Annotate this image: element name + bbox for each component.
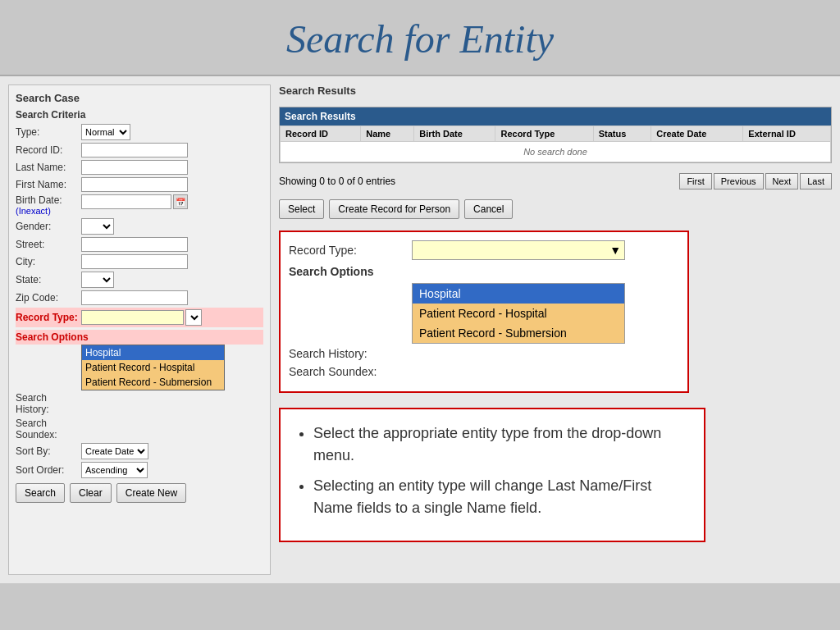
right-search-options-label: Search Options xyxy=(289,265,412,278)
results-table-container: Search Results Record ID Name Birth Date… xyxy=(279,107,832,163)
create-record-for-person-button[interactable]: Create Record for Person xyxy=(329,199,459,219)
birth-date-input[interactable] xyxy=(81,194,171,209)
first-button[interactable]: First xyxy=(679,173,711,189)
search-button[interactable]: Search xyxy=(16,483,65,503)
right-search-history-label: Search History: xyxy=(289,347,412,360)
info-bullet-2: Selecting an entity type will change Las… xyxy=(313,475,687,519)
col-name: Name xyxy=(361,126,414,142)
right-search-history-row: Search History: xyxy=(289,347,679,360)
cancel-button[interactable]: Cancel xyxy=(464,199,513,219)
record-id-row: Record ID: xyxy=(16,143,263,158)
right-record-type-select-field[interactable]: ▼ xyxy=(412,240,625,260)
right-search-soundex-row: Search Soundex: xyxy=(289,365,679,378)
record-type-label: Record Type: xyxy=(16,312,81,323)
inexact-link[interactable]: (Inexact) xyxy=(16,206,81,216)
search-options-section: Search Options xyxy=(16,330,263,345)
city-input[interactable] xyxy=(81,254,188,269)
search-case-panel: Search Case Search Criteria Type: Normal… xyxy=(8,84,271,575)
sort-by-row: Sort By: Create Date Last Name Record ID xyxy=(16,443,263,459)
record-id-label: Record ID: xyxy=(16,144,81,156)
results-table: Record ID Name Birth Date Record Type St… xyxy=(280,126,831,162)
page-title: Search for Entity xyxy=(0,0,840,75)
previous-button[interactable]: Previous xyxy=(714,173,764,189)
sort-order-label: Sort Order: xyxy=(16,464,81,476)
right-search-options-row: Search Options xyxy=(289,265,679,278)
clear-button[interactable]: Clear xyxy=(70,483,112,503)
first-name-label: First Name: xyxy=(16,179,81,190)
right-search-soundex-label: Search Soundex: xyxy=(289,365,412,378)
no-data-row: No search done xyxy=(281,142,831,162)
last-name-row: Last Name: xyxy=(16,160,263,175)
pagination-buttons: First Previous Next Last xyxy=(679,173,832,189)
street-input[interactable] xyxy=(81,237,188,252)
last-name-input[interactable] xyxy=(81,160,188,175)
info-box: Select the appropriate entity type from … xyxy=(279,408,705,542)
search-history-label: Search History: xyxy=(16,392,81,415)
right-dropdown-list: Hospital Patient Record - Hospital Patie… xyxy=(412,283,625,344)
street-row: Street: xyxy=(16,237,263,252)
no-data-message: No search done xyxy=(281,142,831,162)
state-row: State: CA NY xyxy=(16,272,263,288)
dropdown-item-patient-submersion[interactable]: Patient Record - Submersion xyxy=(82,375,224,390)
right-dd-item-hospital[interactable]: Hospital xyxy=(413,284,624,304)
type-row: Type: Normal Advanced xyxy=(16,124,263,140)
calendar-button[interactable]: 📅 xyxy=(173,194,188,209)
col-create-date: Create Date xyxy=(651,126,743,142)
birth-date-row: Birth Date: (Inexact) 📅 xyxy=(16,194,263,216)
search-soundex-label: Search Soundex: xyxy=(16,418,81,441)
right-record-type-label: Record Type: xyxy=(289,244,412,257)
results-table-header: Search Results xyxy=(280,107,831,126)
street-label: Street: xyxy=(16,239,81,250)
sort-order-select[interactable]: Ascending Descending xyxy=(81,462,148,478)
right-dd-item-patient-hospital[interactable]: Patient Record - Hospital xyxy=(413,304,624,323)
record-type-select[interactable]: ▼ xyxy=(185,309,202,326)
record-type-input[interactable] xyxy=(81,310,184,325)
action-buttons: Select Create Record for Person Cancel xyxy=(279,199,832,219)
gender-label: Gender: xyxy=(16,221,81,232)
type-label: Type: xyxy=(16,126,81,138)
left-record-type-dropdown: Hospital Patient Record - Hospital Patie… xyxy=(81,345,225,390)
sort-order-row: Sort Order: Ascending Descending xyxy=(16,462,263,478)
select-button[interactable]: Select xyxy=(279,199,324,219)
record-id-input[interactable] xyxy=(81,143,188,158)
dropdown-item-patient-hospital[interactable]: Patient Record - Hospital xyxy=(82,360,224,375)
info-bullet-1: Select the appropriate entity type from … xyxy=(313,422,687,467)
first-name-row: First Name: xyxy=(16,177,263,192)
col-record-type: Record Type xyxy=(495,126,593,142)
next-button[interactable]: Next xyxy=(765,173,799,189)
sort-by-select[interactable]: Create Date Last Name Record ID xyxy=(81,443,148,459)
sort-by-label: Sort By: xyxy=(16,445,81,457)
type-select[interactable]: Normal Advanced xyxy=(81,124,130,140)
gender-select[interactable]: M F xyxy=(81,218,114,235)
search-options-label: Search Options xyxy=(16,331,89,343)
bottom-buttons: Search Clear Create New xyxy=(16,483,263,503)
zip-code-label: Zip Code: xyxy=(16,292,81,304)
gender-row: Gender: M F xyxy=(16,218,263,235)
zip-code-input[interactable] xyxy=(81,290,188,305)
search-results-area: Search Results Search Results Record ID … xyxy=(279,84,832,575)
search-history-row: Search History: xyxy=(16,392,263,415)
pagination-bar: Showing 0 to 0 of 0 entries First Previo… xyxy=(279,170,832,193)
state-label: State: xyxy=(16,274,81,285)
last-button[interactable]: Last xyxy=(800,173,832,189)
col-status: Status xyxy=(593,126,651,142)
search-criteria-label: Search Criteria xyxy=(16,109,263,121)
record-type-row: Record Type: ▼ xyxy=(16,308,263,327)
col-external-id: External ID xyxy=(743,126,831,142)
right-record-type-row: Record Type: ▼ xyxy=(289,240,679,260)
zip-code-row: Zip Code: xyxy=(16,290,263,305)
create-new-button[interactable]: Create New xyxy=(116,483,186,503)
showing-entries: Showing 0 to 0 of 0 entries xyxy=(279,176,395,187)
last-name-label: Last Name: xyxy=(16,162,81,173)
state-select[interactable]: CA NY xyxy=(81,272,114,288)
search-results-title: Search Results xyxy=(279,84,832,97)
col-record-id: Record ID xyxy=(281,126,361,142)
search-soundex-row: Search Soundex: xyxy=(16,418,263,441)
dropdown-item-hospital[interactable]: Hospital xyxy=(82,345,224,360)
right-dd-item-patient-submersion[interactable]: Patient Record - Submersion xyxy=(413,323,624,343)
search-case-title: Search Case xyxy=(16,92,263,104)
right-dropdown-box: Record Type: ▼ Search Options Hospital P… xyxy=(279,231,689,393)
city-label: City: xyxy=(16,256,81,267)
city-row: City: xyxy=(16,254,263,269)
first-name-input[interactable] xyxy=(81,177,188,192)
